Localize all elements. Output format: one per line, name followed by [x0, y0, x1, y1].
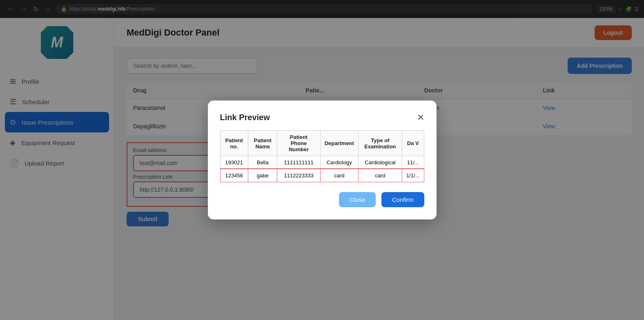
patient-no-cell: 123456: [220, 169, 248, 182]
phone-cell: 1111111111: [277, 156, 320, 169]
preview-table-container: Patient no. Patient Name Patient Phone N…: [220, 130, 424, 182]
preview-table-header-row: Patient no. Patient Name Patient Phone N…: [220, 131, 424, 156]
department-cell: card: [320, 169, 358, 182]
department-cell: Cardiology: [320, 156, 358, 169]
modal-close-button[interactable]: ✕: [417, 113, 424, 122]
modal-header: Link Preview ✕: [220, 113, 424, 122]
preview-table: Patient no. Patient Name Patient Phone N…: [220, 130, 424, 182]
modal-overlay: Link Preview ✕ Patient no. Patient Name …: [0, 0, 644, 320]
phone-cell: 1112223333: [277, 169, 320, 182]
col-department: Department: [320, 131, 358, 156]
col-phone: Patient Phone Number: [277, 131, 320, 156]
type-cell: Cardiological: [358, 156, 402, 169]
patient-no-cell: 193021: [220, 156, 248, 169]
patient-name-cell: gabe: [248, 169, 277, 182]
confirm-button[interactable]: Confirm: [381, 192, 424, 207]
date-cell: 11/...: [402, 156, 424, 169]
patient-name-cell: Bella: [248, 156, 277, 169]
col-date: Da V: [402, 131, 424, 156]
modal-title: Link Preview: [220, 113, 270, 122]
type-cell: card: [358, 169, 402, 182]
col-patient-name: Patient Name: [248, 131, 277, 156]
col-patient-no: Patient no.: [220, 131, 248, 156]
preview-table-row-highlighted: 123456 gabe 1112223333 card card 1/1/...: [220, 169, 424, 182]
close-button[interactable]: Close: [339, 192, 376, 207]
link-preview-modal: Link Preview ✕ Patient no. Patient Name …: [208, 101, 437, 219]
modal-actions: Close Confirm: [220, 192, 424, 207]
date-cell: 1/1/...: [402, 169, 424, 182]
col-type-examination: Type of Examination: [358, 131, 402, 156]
preview-table-row: 193021 Bella 1111111111 Cardiology Cardi…: [220, 156, 424, 169]
